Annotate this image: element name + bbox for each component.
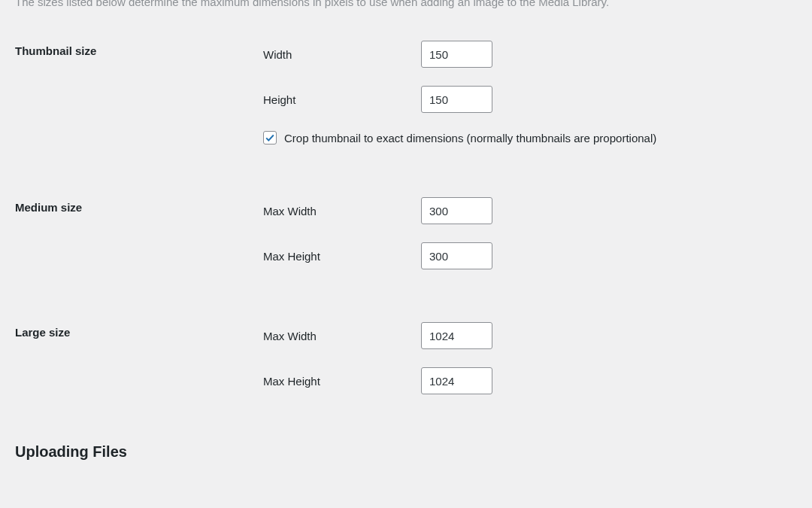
- thumbnail-width-label: Width: [263, 48, 421, 61]
- thumbnail-crop-label[interactable]: Crop thumbnail to exact dimensions (norm…: [284, 132, 656, 144]
- large-max-width-input[interactable]: [421, 322, 492, 349]
- media-settings-table: Thumbnail size Width Height Crop: [15, 29, 797, 406]
- large-max-height-input[interactable]: [421, 367, 492, 394]
- thumbnail-section-label: Thumbnail size: [15, 29, 256, 156]
- large-section-label: Large size: [15, 311, 256, 406]
- medium-max-height-label: Max Height: [263, 250, 421, 263]
- thumbnail-height-label: Height: [263, 93, 421, 106]
- medium-max-width-input[interactable]: [421, 197, 492, 224]
- check-icon: [265, 132, 275, 143]
- thumbnail-width-input[interactable]: [421, 41, 492, 68]
- medium-section-label: Medium size: [15, 186, 256, 281]
- intro-text: The sizes listed below determine the max…: [15, 0, 797, 8]
- thumbnail-height-input[interactable]: [421, 86, 492, 113]
- medium-max-height-input[interactable]: [421, 242, 492, 269]
- medium-max-width-label: Max Width: [263, 205, 421, 217]
- large-max-width-label: Max Width: [263, 330, 421, 342]
- large-max-height-label: Max Height: [263, 375, 421, 388]
- thumbnail-crop-checkbox[interactable]: [263, 131, 277, 144]
- uploading-files-heading: Uploading Files: [15, 443, 797, 461]
